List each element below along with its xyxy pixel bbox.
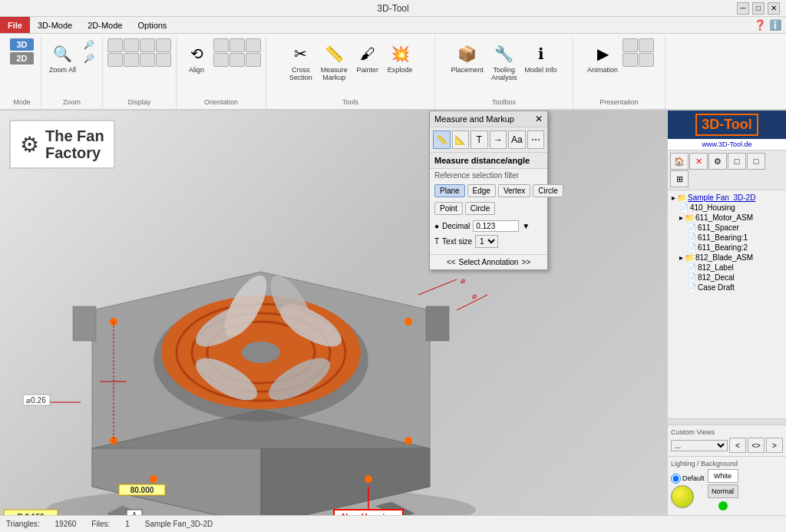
default-radio[interactable] [671, 474, 681, 484]
presentation-group-label: Presentation [599, 98, 639, 107]
svg-point-19 [405, 318, 412, 325]
filter-edge-button[interactable]: Edge [467, 184, 496, 197]
svg-text:⌀0.26: ⌀0.26 [26, 396, 46, 405]
mode-2d-button[interactable]: 2D [10, 52, 33, 64]
filter-plane-button[interactable]: Plane [434, 184, 465, 197]
tree-item-label[interactable]: 📄 812_Label [685, 263, 784, 273]
ribbon-group-zoom: 🔍 Zoom All 🔎 🔎 Zoom [41, 37, 103, 109]
mode-3d-button[interactable]: 3D [10, 38, 33, 51]
display-btn-8[interactable] [156, 53, 171, 67]
tree-root[interactable]: ▸ 📁 Sample Fan_3D-2D [670, 193, 784, 203]
info-icon[interactable]: ℹ️ [769, 19, 781, 31]
display-btn-3[interactable] [140, 38, 155, 52]
next-annotation-button[interactable]: >> [521, 258, 530, 266]
tooling-analysis-button[interactable]: 🔧 ToolingAnalysis [488, 38, 520, 84]
white-bg-button[interactable]: White [708, 469, 738, 483]
close-button[interactable]: ✕ [768, 2, 780, 15]
rp-view2-button[interactable]: □ [747, 153, 765, 170]
measure-panel-toolbar: 📏 📐 T → Aa ⋯ [430, 127, 547, 153]
menu-file[interactable]: File [0, 17, 30, 33]
zoom-out-icon: 🔎 [84, 54, 94, 64]
decimal-input[interactable] [473, 220, 519, 232]
tree-item-bearing2[interactable]: 📄 611_Bearing:2 [685, 243, 784, 253]
placement-button[interactable]: 📦 Placement [447, 38, 487, 77]
rp-close-button[interactable]: ✕ [689, 153, 708, 170]
menu-options[interactable]: Options [130, 17, 174, 33]
display-btn-4[interactable] [156, 38, 171, 52]
zoom-all-button[interactable]: 🔍 Zoom All [46, 38, 79, 77]
maximize-button[interactable]: □ [752, 2, 765, 15]
filter-point-button[interactable]: Point [434, 202, 463, 215]
display-btn-5[interactable] [107, 53, 123, 67]
painter-button[interactable]: 🖌 Painter [352, 38, 383, 77]
animation-button[interactable]: ▶ Animation [584, 38, 621, 77]
pres-btn-2[interactable] [639, 38, 654, 52]
orient-btn-1[interactable] [213, 38, 229, 52]
orient-btn-3[interactable] [246, 38, 261, 52]
ribbon-group-toolbox: 📦 Placement 🔧 ToolingAnalysis ℹ Model In… [435, 37, 573, 109]
rp-gear-button[interactable]: ⚙ [708, 153, 727, 170]
tree-decal-icon: 📄 [687, 273, 696, 282]
cv-next-button[interactable]: > [766, 438, 783, 453]
ribbon-group-presentation: ▶ Animation Presentation [573, 37, 665, 109]
measure-panel-close-button[interactable]: ✕ [535, 114, 543, 124]
status-bar: Triangles: 19260 Files: 1 Sample Fan_3D-… [0, 515, 786, 532]
zoom-in-button[interactable]: 🔎 [81, 38, 97, 51]
mp-arrow-button[interactable]: → [490, 131, 507, 149]
tree-item-motor[interactable]: ▸ 📁 611_Motor_ASM [678, 213, 784, 223]
measure-markup-button[interactable]: 📏 MeasureMarkup [318, 38, 351, 84]
custom-views-select[interactable]: ... [671, 440, 728, 451]
filter-vertex-button[interactable]: Vertex [498, 184, 530, 197]
textsize-select[interactable]: 14 12 16 18 [475, 235, 498, 248]
pres-btn-4[interactable] [639, 53, 654, 67]
tree-item-blade-asm[interactable]: ▸ 📁 812_Blade_ASM [678, 253, 784, 263]
explode-button[interactable]: 💥 Explode [385, 38, 416, 77]
tree-item-bearing1[interactable]: 📄 611_Bearing:1 [685, 233, 784, 243]
mp-text-button[interactable]: T [471, 131, 488, 149]
rp-view1-button[interactable]: □ [728, 153, 746, 170]
pres-btn-3[interactable] [623, 53, 638, 67]
mp-angle-button[interactable]: 📐 [452, 131, 470, 149]
rp-home-button[interactable]: 🏠 [670, 153, 689, 170]
tree-item-case-draft[interactable]: 📄 Case Draft [685, 283, 784, 292]
title-bar-controls: ─ □ ✕ [737, 2, 780, 15]
orient-btn-2[interactable] [230, 38, 245, 52]
mp-ruler-button[interactable]: 📏 [433, 131, 451, 149]
prev-annotation-button[interactable]: << [447, 258, 456, 266]
tree-item-spacer[interactable]: 📄 611_Spacer [685, 223, 784, 233]
cross-section-button[interactable]: ✂ CrossSection [286, 38, 316, 84]
tree-scrollbar[interactable] [668, 418, 786, 425]
filter-circle2-button[interactable]: Circle [465, 202, 496, 215]
normal-bg-button[interactable]: Normal [708, 484, 738, 498]
zoom-out-button[interactable]: 🔎 [81, 52, 97, 65]
display-btn-6[interactable] [124, 53, 139, 67]
mp-label-button[interactable]: Aa [508, 131, 526, 149]
viewport[interactable]: ⚙ The Fan Factory [0, 111, 667, 515]
tree-root-label[interactable]: Sample Fan_3D-2D [688, 193, 755, 202]
tree-item-housing[interactable]: 📄 410_Housing [678, 203, 784, 213]
orient-btn-6[interactable] [246, 53, 261, 67]
display-btn-2[interactable] [124, 38, 139, 52]
menu-3d-mode[interactable]: 3D-Mode [30, 17, 80, 33]
cv-prev-button[interactable]: < [729, 438, 746, 453]
ref-filter-buttons: Plane Edge Vertex Circle [430, 182, 547, 200]
model-info-button[interactable]: ℹ Model Info [522, 38, 560, 77]
cv-fit-button[interactable]: <> [748, 438, 765, 453]
right-panel: 3D-Tool www.3D-Tool.de 🏠 ✕ ⚙ □ □ ⊞ ▸ 📁 S… [667, 111, 786, 515]
minimize-button[interactable]: ─ [737, 2, 749, 15]
pres-btn-1[interactable] [623, 38, 638, 52]
rp-view3-button[interactable]: ⊞ [670, 170, 689, 187]
filter-circle-button[interactable]: Circle [533, 184, 563, 197]
decimal-dropdown-icon[interactable]: ▼ [522, 222, 530, 230]
orient-btn-5[interactable] [230, 53, 245, 67]
tree-item-decal[interactable]: 📄 812_Decal [685, 273, 784, 283]
brand-url[interactable]: www.3D-Tool.de [668, 139, 786, 150]
mp-more-button[interactable]: ⋯ [527, 131, 545, 149]
menu-2d-mode[interactable]: 2D-Mode [80, 17, 130, 33]
tree-leaf-icon2: 📄 [687, 233, 696, 242]
orient-btn-4[interactable] [213, 53, 229, 67]
display-btn-1[interactable] [107, 38, 123, 52]
help-icon[interactable]: ❓ [754, 19, 766, 31]
display-btn-7[interactable] [140, 53, 155, 67]
align-button[interactable]: ⟲ Align [181, 38, 212, 77]
